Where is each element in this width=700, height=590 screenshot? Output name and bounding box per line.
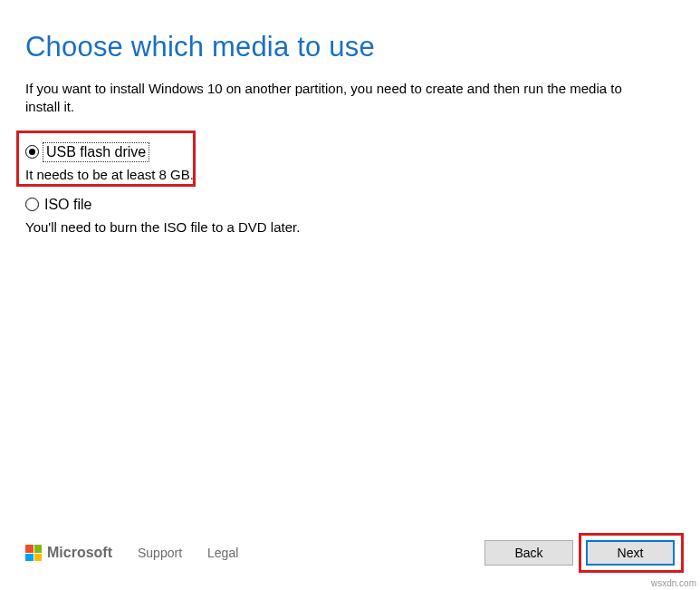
- watermark: wsxdn.com: [651, 578, 696, 588]
- option-iso[interactable]: ISO file You'll need to burn the ISO fil…: [25, 197, 675, 235]
- footer: Microsoft Support Legal Back Next: [0, 540, 700, 566]
- option-usb-desc: It needs to be at least 8 GB.: [25, 167, 675, 182]
- microsoft-logo-icon: [25, 545, 42, 561]
- option-usb-label: USB flash drive: [44, 144, 148, 160]
- option-usb[interactable]: USB flash drive It needs to be at least …: [25, 144, 675, 182]
- next-button[interactable]: Next: [586, 540, 675, 566]
- microsoft-text: Microsoft: [47, 545, 112, 561]
- radio-iso[interactable]: [25, 198, 39, 211]
- option-iso-desc: You'll need to burn the ISO file to a DV…: [25, 219, 675, 235]
- option-iso-label: ISO file: [44, 197, 91, 213]
- footer-left: Microsoft Support Legal: [25, 545, 238, 561]
- legal-link[interactable]: Legal: [207, 546, 238, 560]
- radio-usb[interactable]: [25, 145, 39, 159]
- microsoft-brand: Microsoft: [25, 545, 112, 561]
- page-subtitle: If you want to install Windows 10 on ano…: [25, 80, 659, 117]
- support-link[interactable]: Support: [138, 546, 182, 560]
- footer-right: Back Next: [484, 540, 675, 566]
- back-button[interactable]: Back: [484, 540, 573, 566]
- page-title: Choose which media to use: [25, 31, 675, 63]
